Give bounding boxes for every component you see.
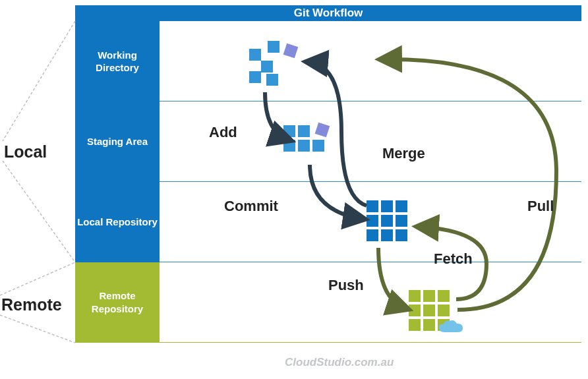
local-repo-icon bbox=[367, 200, 413, 247]
svg-line-0 bbox=[3, 21, 75, 141]
staging-area-icon bbox=[283, 125, 339, 171]
section-label-local: Local bbox=[4, 142, 47, 161]
watermark: CloudStudio.com.au bbox=[285, 356, 394, 369]
action-label-pull: Pull bbox=[527, 198, 554, 215]
svg-line-3 bbox=[0, 315, 75, 343]
git-workflow-diagram: Git Workflow Working Directory Staging A… bbox=[0, 0, 588, 379]
row-label-remoterepo: Remote Repository bbox=[75, 262, 160, 343]
svg-line-2 bbox=[0, 262, 75, 295]
row-label-localrepo: Local Repository bbox=[75, 182, 160, 262]
row-label-staging: Staging Area bbox=[75, 102, 160, 182]
section-label-remote: Remote bbox=[1, 295, 62, 314]
action-label-add: Add bbox=[209, 124, 237, 141]
diagram-title: Git Workflow bbox=[75, 5, 581, 21]
action-label-commit: Commit bbox=[224, 198, 278, 215]
action-label-merge: Merge bbox=[382, 145, 425, 162]
action-label-fetch: Fetch bbox=[434, 250, 473, 268]
cloud-icon bbox=[436, 319, 465, 337]
action-label-push: Push bbox=[328, 277, 364, 294]
working-directory-icon bbox=[249, 41, 305, 87]
remote-repo-icon bbox=[409, 290, 465, 341]
row-label-working: Working Directory bbox=[75, 21, 160, 102]
svg-line-1 bbox=[3, 161, 75, 262]
